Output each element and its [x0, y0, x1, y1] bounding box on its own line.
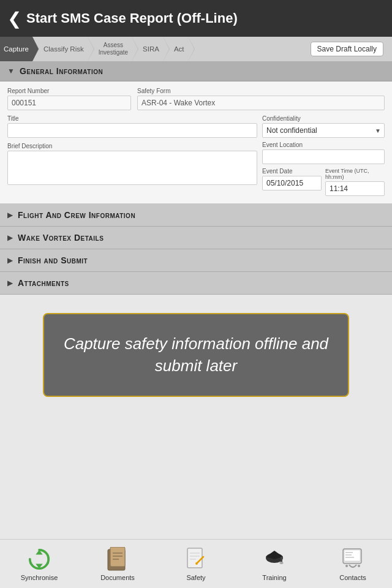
- svg-point-17: [280, 562, 284, 564]
- title-plain: Start SMS Case: [26, 10, 130, 26]
- bottom-navigation: Synchronise Documents Safety: [0, 539, 392, 588]
- brief-description-input[interactable]: [7, 151, 257, 185]
- tab-bar: Capture Classify Risk AssessInvestigate …: [0, 37, 392, 61]
- chevron-right-icon: ▶: [7, 211, 13, 219]
- title-bold: Report (Off-Line): [130, 10, 238, 26]
- documents-label: Documents: [100, 574, 135, 581]
- documents-icon: [105, 547, 130, 571]
- report-number-input[interactable]: [7, 96, 131, 110]
- back-button[interactable]: ❮: [7, 9, 21, 29]
- left-column: Title Brief Description: [7, 115, 257, 196]
- nav-contacts[interactable]: Contacts: [314, 540, 392, 588]
- chevron-right-icon-4: ▶: [7, 279, 13, 287]
- svg-rect-19: [344, 550, 360, 561]
- general-info-header[interactable]: ▼ General Information: [0, 61, 392, 81]
- finish-submit-section[interactable]: ▶ Finish and Submit: [0, 249, 392, 272]
- wake-vortex-section[interactable]: ▶ Wake Vortex Details: [0, 227, 392, 249]
- confidentiality-label: Confidentiality: [262, 115, 385, 122]
- nav-synchronise[interactable]: Synchronise: [0, 540, 78, 588]
- safety-form-label: Safety Form: [137, 88, 385, 94]
- tab-classify-risk[interactable]: Classify Risk: [32, 37, 88, 61]
- nav-safety[interactable]: Safety: [157, 540, 235, 588]
- flight-crew-title: Flight And Crew Information: [18, 210, 135, 220]
- sync-icon: [27, 547, 51, 571]
- svg-rect-4: [110, 547, 125, 567]
- safety-label: Safety: [186, 574, 205, 581]
- event-date-input[interactable]: [262, 176, 322, 190]
- event-location-input[interactable]: [262, 149, 385, 164]
- wake-vortex-title: Wake Vortex Details: [18, 233, 104, 243]
- event-date-label: Event Date: [262, 168, 322, 175]
- header: ❮ Start SMS Case Report (Off-Line): [0, 0, 392, 37]
- title-confidentiality-row: Title Brief Description Confidentiality …: [7, 115, 385, 196]
- tab-capture[interactable]: Capture: [0, 37, 32, 61]
- nav-training[interactable]: Training: [235, 540, 314, 588]
- event-time-field: Event Time (UTC, hh:mm): [325, 168, 385, 196]
- svg-point-13: [195, 562, 198, 565]
- event-location-label: Event Location: [262, 141, 385, 148]
- svg-point-23: [345, 565, 348, 567]
- save-draft-button[interactable]: Save Draft Locally: [311, 42, 383, 56]
- confidentiality-select[interactable]: Not confidential Confidential: [262, 123, 385, 138]
- chevron-right-icon-2: ▶: [7, 233, 13, 242]
- flight-crew-section[interactable]: ▶ Flight And Crew Information: [0, 204, 392, 227]
- attachments-title: Attachments: [18, 278, 69, 288]
- event-date-field: Event Date: [262, 168, 322, 196]
- safety-form-field: Safety Form: [137, 88, 385, 110]
- training-icon: [262, 547, 287, 571]
- svg-point-24: [358, 565, 360, 567]
- event-time-label: Event Time (UTC, hh:mm): [325, 168, 385, 180]
- finish-submit-title: Finish and Submit: [18, 255, 88, 265]
- confidentiality-field: Confidentiality Not confidential Confide…: [262, 115, 385, 138]
- event-location-field: Event Location: [262, 141, 385, 164]
- event-date-time-row: Event Date Event Time (UTC, hh:mm): [262, 168, 385, 196]
- tooltip-text: Capture safety information offline and s…: [56, 333, 336, 377]
- safety-form-input[interactable]: [137, 96, 385, 110]
- chevron-right-icon-3: ▶: [7, 256, 13, 265]
- title-input[interactable]: [7, 123, 257, 138]
- brief-description-label: Brief Description: [7, 143, 257, 149]
- brief-description-field: Brief Description: [7, 143, 257, 185]
- attachments-section[interactable]: ▶ Attachments: [0, 272, 392, 295]
- training-label: Training: [262, 574, 286, 581]
- right-column: Confidentiality Not confidential Confide…: [262, 115, 385, 196]
- general-information-section: ▼ General Information Report Number Safe…: [0, 61, 392, 204]
- tooltip-box: Capture safety information offline and s…: [43, 313, 349, 397]
- save-draft-wrapper: Save Draft Locally: [311, 37, 392, 61]
- page-title: Start SMS Case Report (Off-Line): [26, 10, 238, 26]
- event-time-input[interactable]: [325, 181, 385, 196]
- chevron-down-icon: ▼: [7, 67, 15, 75]
- sync-label: Synchronise: [21, 574, 58, 581]
- report-number-field: Report Number: [7, 88, 131, 110]
- report-safety-row: Report Number Safety Form: [7, 88, 385, 110]
- confidentiality-select-wrapper: Not confidential Confidential: [262, 123, 385, 138]
- general-info-panel: Report Number Safety Form Title Brief De…: [0, 81, 392, 204]
- report-number-label: Report Number: [7, 88, 131, 94]
- general-info-title: General Information: [20, 66, 103, 76]
- svg-rect-8: [187, 548, 202, 568]
- safety-icon: [184, 547, 208, 571]
- contacts-label: Contacts: [339, 574, 366, 581]
- nav-documents[interactable]: Documents: [78, 540, 157, 588]
- contacts-icon: [341, 547, 365, 571]
- title-field: Title: [7, 115, 257, 143]
- title-label: Title: [7, 115, 257, 122]
